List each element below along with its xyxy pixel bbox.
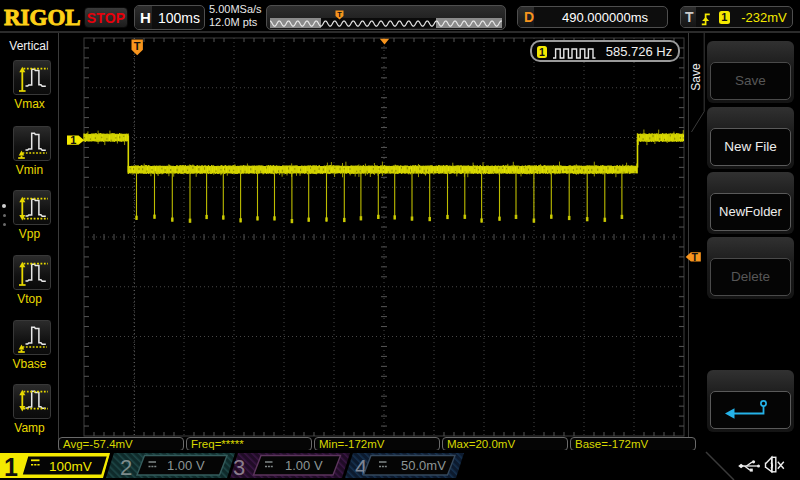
svg-text:1.00 V: 1.00 V (285, 458, 323, 473)
svg-text:1.00 V: 1.00 V (167, 458, 205, 473)
svg-text:T: T (134, 40, 141, 52)
svg-text:1: 1 (70, 134, 76, 146)
svg-text:50.0mV: 50.0mV (401, 458, 446, 473)
svg-text:2: 2 (120, 455, 132, 480)
svg-text:3: 3 (233, 455, 245, 480)
svg-text:4: 4 (355, 455, 367, 480)
svg-text:1: 1 (4, 453, 18, 480)
svg-text:T: T (692, 251, 699, 263)
svg-text:100mV: 100mV (49, 459, 92, 474)
